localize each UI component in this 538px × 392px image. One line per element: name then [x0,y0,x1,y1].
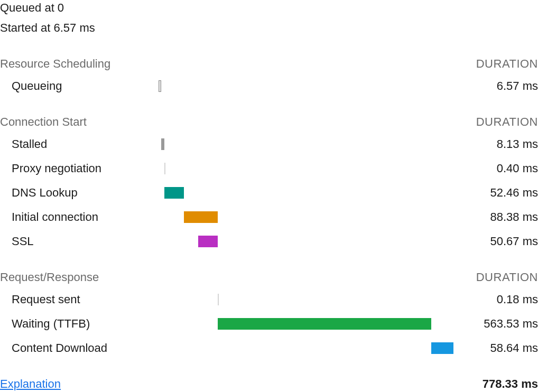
timing-bar [198,236,217,247]
timing-bar [431,342,453,354]
timing-row-label: Stalled [0,137,159,151]
section-header: Connection StartDURATION [0,115,538,132]
section-header: Resource SchedulingDURATION [0,57,538,74]
timing-row: SSL50.67 ms [0,229,538,254]
explanation-link[interactable]: Explanation [0,377,61,391]
timing-bar [218,294,219,305]
timing-row-label: Queueing [0,79,159,93]
timing-row-label: Waiting (TTFB) [0,317,159,331]
timing-panel: Queued at 0 Started at 6.57 ms Resource … [0,0,538,391]
timing-row-value: 52.46 ms [453,186,538,200]
timing-row-value: 0.18 ms [453,293,538,306]
timing-footer: Explanation 778.33 ms [0,377,538,391]
timing-bar [161,138,164,150]
timing-bar-track [159,293,453,306]
timing-bar-track [159,317,453,331]
queued-at-line: Queued at 0 [0,0,538,20]
timing-bar-track [159,79,453,93]
timing-row-label: Request sent [0,293,159,306]
timing-row-value: 8.13 ms [453,137,538,151]
timing-row-label: SSL [0,235,159,248]
timing-bar [164,163,165,174]
total-duration: 778.33 ms [483,377,538,391]
timing-bar [218,318,431,330]
timing-row: Waiting (TTFB)563.53 ms [0,312,538,336]
duration-column-label: DURATION [476,115,538,129]
timing-row-value: 6.57 ms [453,79,538,93]
timing-row: Request sent0.18 ms [0,287,538,312]
duration-column-label: DURATION [476,270,538,284]
section-title: Resource Scheduling [0,57,110,71]
timing-row-value: 58.64 ms [453,341,538,355]
section-title: Request/Response [0,270,99,284]
timing-row-value: 50.67 ms [453,235,538,248]
timing-row-label: DNS Lookup [0,186,159,200]
timing-bar [184,211,217,223]
timing-bar-track [159,210,453,224]
timing-bar-track [159,341,453,355]
section-connection-start: Connection StartDURATIONStalled8.13 msPr… [0,115,538,254]
timing-row-value: 88.38 ms [453,210,538,224]
timing-bar [164,187,184,199]
timing-bar [159,80,161,92]
timing-row: Proxy negotiation0.40 ms [0,156,538,181]
section-header: Request/ResponseDURATION [0,270,538,287]
timing-row-value: 563.53 ms [453,317,538,331]
timing-bar-track [159,137,453,151]
timing-row: Queueing6.57 ms [0,74,538,98]
timing-bar-track [159,235,453,248]
timing-row-label: Proxy negotiation [0,162,159,175]
section-request-response: Request/ResponseDURATIONRequest sent0.18… [0,270,538,360]
timing-row: Stalled8.13 ms [0,132,538,156]
duration-column-label: DURATION [476,57,538,71]
timing-row: Content Download58.64 ms [0,336,538,360]
timing-row-label: Content Download [0,341,159,355]
timing-row-value: 0.40 ms [453,162,538,175]
started-at-line: Started at 6.57 ms [0,20,538,40]
timing-bar-track [159,162,453,175]
section-resource-scheduling: Resource SchedulingDURATIONQueueing6.57 … [0,57,538,98]
timing-row: Initial connection88.38 ms [0,205,538,229]
timing-bar-track [159,186,453,200]
timing-row-label: Initial connection [0,210,159,224]
timing-row: DNS Lookup52.46 ms [0,181,538,205]
section-title: Connection Start [0,115,87,129]
